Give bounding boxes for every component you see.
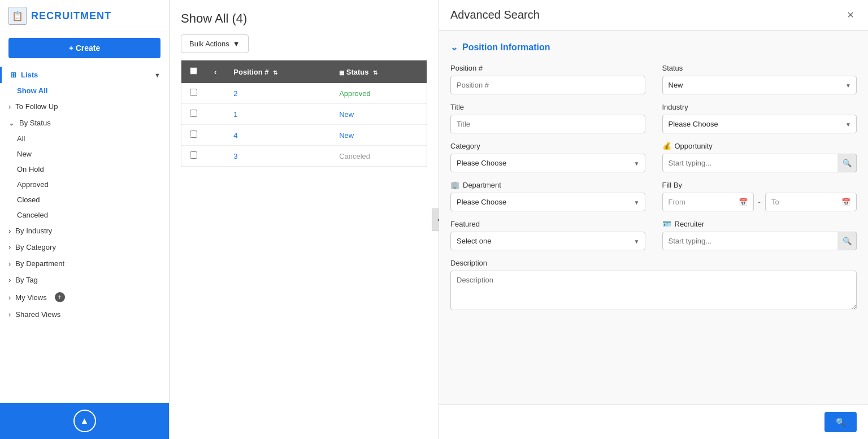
sidebar-footer: ▲ bbox=[0, 403, 169, 439]
field-group-status: Status New Approved On Hold Closed Cance… bbox=[662, 64, 857, 94]
panel-header: Advanced Search × bbox=[439, 0, 868, 31]
to-label: To bbox=[771, 198, 779, 206]
section-header-position-info[interactable]: ⌄ Position Information bbox=[450, 42, 857, 53]
row-checkbox-1[interactable] bbox=[190, 89, 197, 96]
sidebar: 📋 RECRUITMENT + Create ⊞ Lists ▼ Show Al… bbox=[0, 0, 170, 439]
row-checkbox-2[interactable] bbox=[190, 110, 197, 117]
sidebar-item-show-all[interactable]: Show All bbox=[0, 83, 169, 98]
close-panel-button[interactable]: × bbox=[844, 8, 857, 21]
fill-by-to[interactable]: To 📅 bbox=[765, 193, 857, 211]
select-all-checkbox[interactable] bbox=[190, 67, 197, 75]
recruiter-search-button[interactable]: 🔍 bbox=[837, 232, 857, 250]
sidebar-item-my-views[interactable]: › My Views + bbox=[0, 288, 169, 306]
lists-chevron-icon: ▼ bbox=[154, 72, 160, 79]
sidebar-item-new[interactable]: New bbox=[0, 146, 169, 162]
calendar-to-icon: 📅 bbox=[841, 198, 850, 206]
sidebar-item-lists[interactable]: ⊞ Lists ▼ bbox=[0, 67, 169, 83]
sort-icon: ⇅ bbox=[273, 69, 277, 76]
select-industry[interactable]: Please Choose bbox=[662, 115, 857, 133]
recruiter-icon: 🪪 bbox=[662, 220, 671, 228]
field-group-category: Category Please Choose bbox=[450, 142, 645, 172]
collapse-panel-handle[interactable]: ‹ bbox=[432, 208, 439, 231]
input-opportunity[interactable] bbox=[662, 154, 857, 172]
label-industry: Industry bbox=[662, 103, 857, 111]
search-btn-icon: 🔍 bbox=[836, 418, 845, 427]
sidebar-item-on-hold[interactable]: On Hold bbox=[0, 162, 169, 177]
scroll-up-button[interactable]: ▲ bbox=[73, 410, 96, 432]
label-position-num: Position # bbox=[450, 64, 645, 72]
chevron-right-icon-category: › bbox=[8, 243, 11, 251]
from-label: From bbox=[669, 198, 685, 206]
add-view-icon[interactable]: + bbox=[55, 292, 65, 302]
table-row: 3 Canceled bbox=[181, 146, 427, 167]
field-group-fill-by: Fill By From 📅 - To 📅 bbox=[662, 181, 857, 211]
label-status: Status bbox=[662, 64, 857, 72]
chevron-right-icon: › bbox=[8, 102, 11, 111]
opportunity-search-button[interactable]: 🔍 bbox=[837, 154, 857, 172]
label-fill-by: Fill By bbox=[662, 181, 857, 189]
fill-by-from[interactable]: From 📅 bbox=[662, 193, 754, 211]
row-checkbox-3[interactable] bbox=[190, 131, 197, 138]
lists-label: Lists bbox=[21, 71, 38, 79]
field-group-opportunity: 💰 Opportunity 🔍 bbox=[662, 142, 857, 172]
select-featured[interactable]: Select one bbox=[450, 232, 645, 250]
sidebar-item-closed[interactable]: Closed bbox=[0, 192, 169, 207]
sidebar-item-approved[interactable]: Approved bbox=[0, 177, 169, 192]
field-group-position-num: Position # bbox=[450, 64, 645, 94]
sidebar-item-by-tag[interactable]: › By Tag bbox=[0, 272, 169, 288]
bulk-actions-button[interactable]: Bulk Actions ▼ bbox=[181, 34, 249, 53]
field-group-recruiter: 🪪 Recruiter 🔍 bbox=[662, 220, 857, 250]
to-follow-up-label: To Follow Up bbox=[15, 102, 58, 111]
sidebar-item-by-status[interactable]: ⌄ By Status bbox=[0, 115, 169, 131]
col-header-position[interactable]: Position # ⇅ bbox=[225, 60, 331, 83]
sidebar-item-by-department[interactable]: › By Department bbox=[0, 255, 169, 272]
input-recruiter[interactable] bbox=[662, 232, 857, 250]
position-link-3[interactable]: 3 bbox=[225, 146, 331, 167]
status-cell-canceled: Canceled bbox=[331, 146, 427, 167]
by-industry-label: By Industry bbox=[15, 227, 52, 235]
select-all-column bbox=[181, 60, 206, 83]
position-link-4[interactable]: 4 bbox=[225, 125, 331, 146]
select-department[interactable]: Please Choose bbox=[450, 193, 645, 211]
my-views-label: My Views bbox=[15, 293, 46, 302]
department-select-wrapper: Please Choose bbox=[450, 193, 645, 211]
col-header-prev[interactable]: ‹ bbox=[206, 60, 225, 83]
col-header-status[interactable]: ▦ Status ⇅ bbox=[331, 60, 427, 83]
create-button[interactable]: + Create bbox=[8, 38, 160, 58]
section-chevron-icon: ⌄ bbox=[450, 42, 458, 53]
department-icon: 🏢 bbox=[450, 181, 459, 189]
sidebar-item-all[interactable]: All bbox=[0, 131, 169, 146]
row-checkbox-4[interactable] bbox=[190, 151, 197, 159]
chevron-right-icon-shared: › bbox=[8, 310, 11, 319]
sidebar-item-to-follow-up[interactable]: › To Follow Up bbox=[0, 98, 169, 115]
select-category[interactable]: Please Choose bbox=[450, 154, 645, 172]
chevron-right-icon-tag: › bbox=[8, 276, 11, 284]
advanced-search-panel: Advanced Search × ⌄ Position Information… bbox=[439, 0, 868, 439]
label-recruiter: 🪪 Recruiter bbox=[662, 220, 857, 228]
input-title[interactable] bbox=[450, 115, 645, 133]
search-submit-button[interactable]: 🔍 bbox=[824, 412, 857, 432]
status-select-wrapper: New Approved On Hold Closed Canceled bbox=[662, 76, 857, 94]
page-title: Show All (4) bbox=[181, 11, 427, 26]
label-description: Description bbox=[450, 259, 857, 267]
field-group-featured: Featured Select one bbox=[450, 220, 645, 250]
recruiter-search-wrapper: 🔍 bbox=[662, 232, 857, 250]
sidebar-item-by-industry[interactable]: › By Industry bbox=[0, 223, 169, 239]
sidebar-nav: ⊞ Lists ▼ Show All › To Follow Up ⌄ By S… bbox=[0, 64, 169, 403]
select-status[interactable]: New Approved On Hold Closed Canceled bbox=[662, 76, 857, 94]
position-link-2[interactable]: 2 bbox=[225, 83, 331, 104]
date-separator: - bbox=[758, 198, 761, 206]
sidebar-item-canceled[interactable]: Canceled bbox=[0, 207, 169, 223]
sidebar-item-by-category[interactable]: › By Category bbox=[0, 239, 169, 255]
positions-table-wrapper: ‹ Position # ⇅ ▦ Status ⇅ 2 bbox=[181, 60, 427, 167]
filter-icon: ▦ bbox=[339, 69, 344, 76]
input-position-num[interactable] bbox=[450, 76, 645, 94]
position-link-1[interactable]: 1 bbox=[225, 104, 331, 125]
status-cell-new-1: New bbox=[331, 104, 427, 125]
label-featured: Featured bbox=[450, 220, 645, 228]
input-description[interactable] bbox=[450, 271, 857, 310]
sidebar-item-shared-views[interactable]: › Shared Views bbox=[0, 306, 169, 323]
main-content: Show All (4) Bulk Actions ▼ ‹ Position #… bbox=[170, 0, 439, 439]
by-department-label: By Department bbox=[15, 259, 64, 268]
opportunity-search-wrapper: 🔍 bbox=[662, 154, 857, 172]
